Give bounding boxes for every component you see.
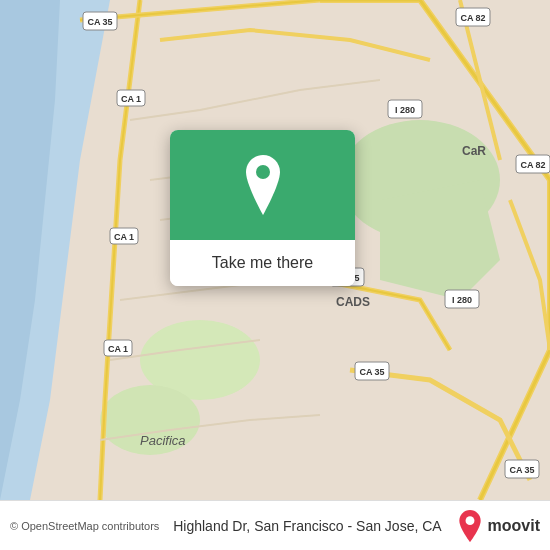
moovit-pin-icon [456, 510, 484, 542]
svg-point-29 [256, 165, 270, 179]
svg-text:CA 1: CA 1 [108, 344, 128, 354]
cads-label: CADS [336, 295, 370, 309]
moovit-logo: moovit [456, 510, 540, 542]
moovit-text: moovit [488, 517, 540, 535]
bottom-bar: © OpenStreetMap contributors Highland Dr… [0, 500, 550, 550]
address-text: Highland Dr, San Francisco - San Jose, C… [159, 518, 455, 534]
take-me-there-button[interactable]: Take me there [170, 240, 355, 286]
car-label: CaR [462, 144, 486, 158]
svg-text:CA 1: CA 1 [121, 94, 141, 104]
svg-text:I 280: I 280 [395, 105, 415, 115]
svg-text:CA 35: CA 35 [509, 465, 534, 475]
svg-text:I 280: I 280 [452, 295, 472, 305]
svg-text:CA 35: CA 35 [87, 17, 112, 27]
location-pin-icon [239, 155, 287, 215]
svg-text:CA 1: CA 1 [114, 232, 134, 242]
pacifica-label: Pacifica [140, 433, 186, 448]
popup-green-area [170, 130, 355, 240]
map-container: CA 35 CA 1 CA 1 CA 1 I 280 I 280 CA 82 C… [0, 0, 550, 500]
attribution: © OpenStreetMap contributors [10, 520, 159, 532]
svg-text:CA 82: CA 82 [520, 160, 545, 170]
svg-text:CA 82: CA 82 [460, 13, 485, 23]
svg-text:CA 35: CA 35 [359, 367, 384, 377]
svg-point-30 [465, 516, 474, 525]
popup-card: Take me there [170, 130, 355, 286]
attribution-text: © OpenStreetMap contributors [10, 520, 159, 532]
